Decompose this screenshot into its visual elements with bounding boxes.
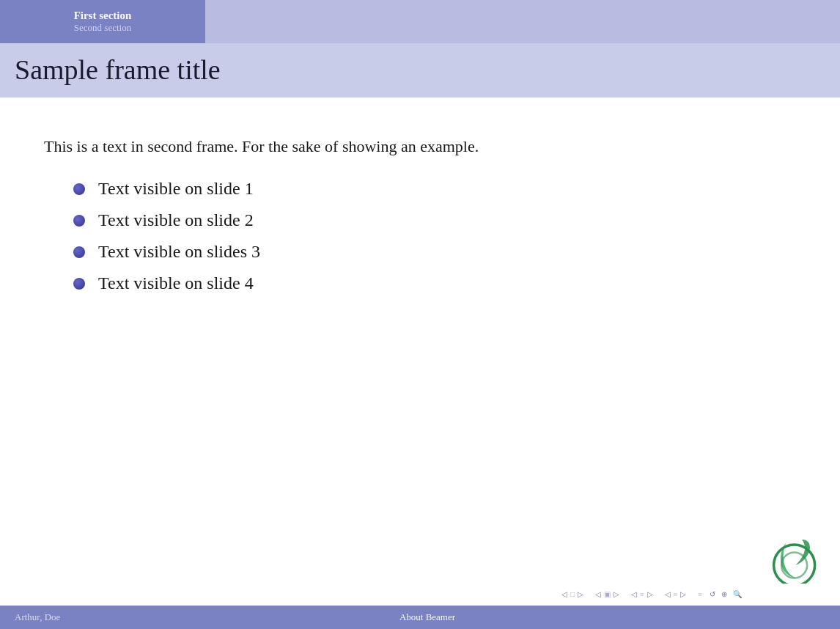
footer-title: About Beamer (290, 611, 564, 623)
bullet-text: Text visible on slide 2 (98, 210, 254, 230)
intro-text: This is a text in second frame. For the … (44, 134, 796, 158)
svg-point-0 (774, 545, 815, 586)
bullet-dot (73, 215, 85, 227)
nav-prev-subsection[interactable]: ◁ (662, 589, 674, 599)
footer-author: Arthur, Doe (0, 611, 290, 623)
ctrl-sep2: ▣ (604, 590, 611, 598)
nav-zoom-in[interactable]: ⊕ (718, 589, 730, 599)
nav-bar: First section Second section (0, 0, 840, 43)
list-item: Text visible on slide 1 (73, 179, 796, 199)
nav-left-arrow[interactable]: ◁ (559, 589, 570, 599)
bullet-dot (73, 246, 85, 258)
list-item: Text visible on slides 3 (73, 242, 796, 262)
overleaf-logo-icon (767, 531, 818, 589)
svg-point-1 (781, 553, 807, 578)
bullet-text: Text visible on slide 1 (98, 179, 254, 199)
section-sub-label: Second section (74, 22, 131, 34)
list-item: Text visible on slide 2 (73, 210, 796, 230)
nav-prev-frame[interactable]: ◁ (592, 589, 604, 599)
frame-title-bar: Sample frame title (0, 43, 840, 98)
nav-section-active: First section Second section (0, 0, 205, 43)
nav-right-arrow[interactable]: ▷ (575, 589, 586, 599)
frame-title: Sample frame title (15, 54, 825, 86)
slide-body: This is a text in second frame. For the … (0, 98, 840, 629)
section-top-label: First section (74, 10, 132, 22)
list-item: Text visible on slide 4 (73, 273, 796, 293)
bullet-dot (73, 278, 85, 290)
bullet-dot (73, 183, 85, 195)
footer-bar: Arthur, Doe About Beamer (0, 606, 840, 629)
nav-prev-section[interactable]: ◁ (628, 589, 640, 599)
bullet-text: Text visible on slide 4 (98, 273, 254, 293)
nav-next-subsection[interactable]: ▷ (677, 589, 689, 599)
nav-next-section[interactable]: ▷ (644, 589, 656, 599)
nav-refresh[interactable]: ↺ (707, 589, 718, 599)
nav-next-frame[interactable]: ▷ (611, 589, 622, 599)
slide-container: First section Second section Sample fram… (0, 0, 840, 629)
ctrl-sep5: ≡ (698, 590, 702, 598)
bullet-list: Text visible on slide 1 Text visible on … (44, 179, 796, 293)
nav-search[interactable]: 🔍 (730, 589, 745, 599)
nav-right (205, 0, 840, 43)
bullet-text: Text visible on slides 3 (98, 242, 260, 262)
controls-strip: ◁ □ ▷ ◁ ▣ ▷ ◁ ≡ ▷ ◁ ≡ ▷ ≡ ↺ ⊕ 🔍 (0, 584, 840, 604)
